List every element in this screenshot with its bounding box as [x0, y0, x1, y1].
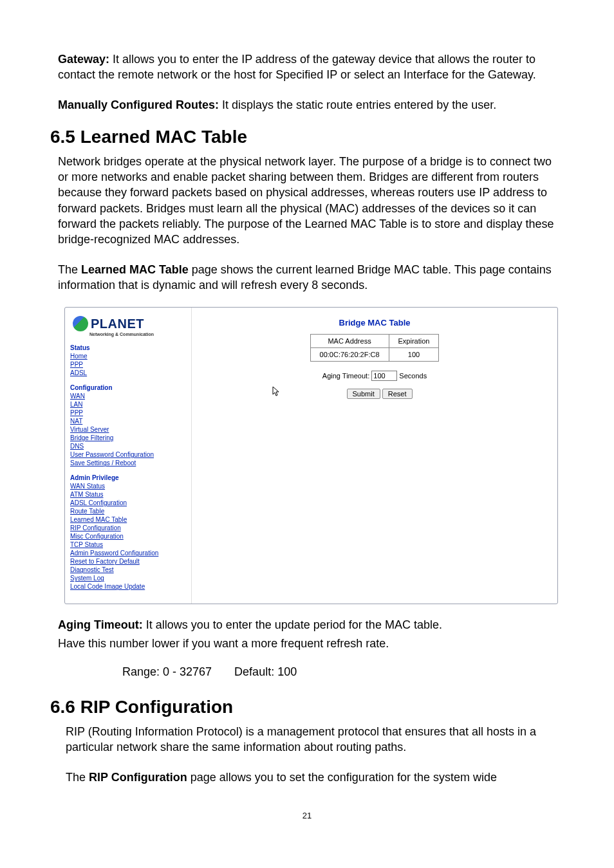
range-default-line: Range: 0 - 32767 Default: 100 [122, 665, 556, 679]
manual-routes-label: Manually Configured Routes: [58, 98, 219, 111]
bridge-mac-title: Bridge MAC Table [205, 318, 544, 328]
nav-adsl[interactable]: ADSL [70, 369, 186, 377]
nav-ppp-status[interactable]: PPP [70, 360, 186, 369]
manual-routes-paragraph: Manually Configured Routes: It displays … [58, 97, 556, 113]
nav-ppp-config[interactable]: PPP [70, 409, 186, 417]
submit-button[interactable]: Submit [347, 389, 380, 399]
nav-admin-group: Admin Privilege WAN Status ATM Status AD… [70, 474, 186, 591]
nav-local-code-update[interactable]: Local Code Image Update [70, 582, 186, 591]
gateway-text: It allows you to enter the IP address of… [58, 53, 536, 81]
nav-status-group: Status Home PPP ADSL [70, 344, 186, 377]
nav-atm-status[interactable]: ATM Status [70, 490, 186, 499]
nav-adsl-config[interactable]: ADSL Configuration [70, 499, 186, 507]
nav-rip-config[interactable]: RIP Configuration [70, 524, 186, 532]
nav-lan[interactable]: LAN [70, 400, 186, 409]
th-exp: Expiration [389, 335, 439, 348]
nav-tcp-status[interactable]: TCP Status [70, 540, 186, 549]
table-row: MAC Address Expiration [310, 335, 439, 348]
nav-misc-config[interactable]: Misc Configuration [70, 532, 186, 540]
nav-dns[interactable]: DNS [70, 442, 186, 450]
th-mac: MAC Address [310, 335, 389, 348]
nav-nat[interactable]: NAT [70, 417, 186, 425]
aging-timeout-paragraph: Aging Timeout: It allows you to enter th… [58, 617, 556, 633]
nav-virtual-server[interactable]: Virtual Server [70, 425, 186, 434]
aging-timeout-row: Aging Timeout: Seconds [205, 371, 544, 381]
reset-button[interactable]: Reset [382, 389, 413, 399]
section-6-6-p1: RIP (Routing Information Protocol) is a … [66, 724, 556, 755]
section-6-5-p1: Network bridges operate at the physical … [58, 154, 556, 248]
button-row: Submit Reset [205, 386, 544, 399]
nav-config-title: Configuration [70, 383, 186, 392]
aging-unit: Seconds [399, 372, 427, 380]
nav-system-log[interactable]: System Log [70, 574, 186, 582]
nav-admin-title: Admin Privilege [70, 474, 186, 482]
cursor-icon [272, 386, 280, 398]
planet-logo-icon [73, 316, 88, 331]
nav-user-password[interactable]: User Password Configuration [70, 450, 186, 459]
section-6-5-p2: The Learned MAC Table page shows the cur… [58, 262, 556, 293]
logo-text: PLANET [91, 315, 144, 332]
nav-bridge-filtering[interactable]: Bridge Filtering [70, 434, 186, 442]
nav-config-group: Configuration WAN LAN PPP NAT Virtual Se… [70, 383, 186, 467]
aging-timeout-text: It allows you to enter the update period… [143, 618, 442, 631]
section-6-6-p2: The RIP Configuration page allows you to… [66, 770, 556, 785]
logo-tagline: Networking & Communication [89, 331, 186, 337]
page-number: 21 [58, 811, 556, 820]
manual-routes-text: It displays the static route entries ent… [219, 98, 496, 111]
nav-home[interactable]: Home [70, 352, 186, 360]
nav-factory-default[interactable]: Reset to Factory Default [70, 557, 186, 566]
gateway-paragraph: Gateway: It allows you to enter the IP a… [58, 51, 556, 83]
section-6-6-heading: 6.6 RIP Configuration [50, 697, 556, 717]
nav-admin-password[interactable]: Admin Password Configuration [70, 549, 186, 557]
nav-wan[interactable]: WAN [70, 392, 186, 400]
cell-mac: 00:0C:76:20:2F:C8 [310, 348, 389, 362]
nav-route-table[interactable]: Route Table [70, 507, 186, 515]
screenshot-bridge-mac-table: PLANET Networking & Communication Status… [64, 307, 558, 604]
nav-diagnostic-test[interactable]: Diagnostic Test [70, 566, 186, 574]
nav-wan-status[interactable]: WAN Status [70, 482, 186, 490]
mac-table: MAC Address Expiration 00:0C:76:20:2F:C8… [310, 334, 440, 362]
sidebar: PLANET Networking & Communication Status… [65, 308, 192, 604]
nav-status-title: Status [70, 344, 186, 352]
logo: PLANET [70, 313, 186, 333]
gateway-label: Gateway: [58, 53, 109, 66]
nav-learned-mac[interactable]: Learned MAC Table [70, 515, 186, 524]
cell-exp: 100 [389, 348, 439, 362]
section-6-5-heading: 6.5 Learned MAC Table [50, 127, 556, 147]
aging-label: Aging Timeout: [322, 372, 369, 380]
main-pane: Bridge MAC Table MAC Address Expiration … [192, 308, 557, 604]
aging-timeout-label: Aging Timeout: [58, 618, 143, 631]
table-row: 00:0C:76:20:2F:C8 100 [310, 348, 439, 362]
aging-timeout-input[interactable] [371, 371, 397, 381]
nav-save-reboot[interactable]: Save Settings / Reboot [70, 459, 186, 467]
aging-timeout-line2: Have this number lower if you want a mor… [58, 636, 556, 651]
